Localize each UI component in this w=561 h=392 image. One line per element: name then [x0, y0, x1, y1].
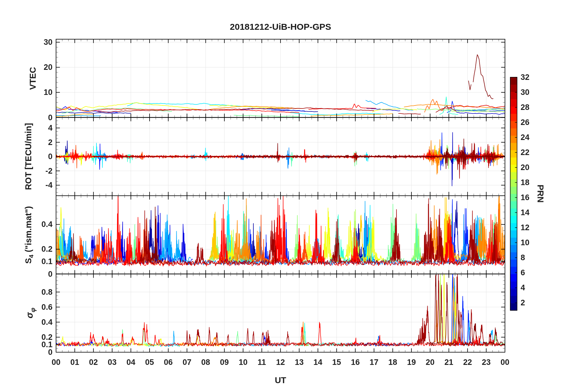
colorbar-tick-label: 16: [521, 193, 529, 202]
y-tick-label: 0.2: [41, 245, 53, 254]
y-tick-label: 0.4: [41, 220, 53, 229]
x-tick-label: 11: [257, 358, 266, 367]
x-tick-label: 23: [482, 358, 491, 367]
x-tick-label: 15: [332, 358, 341, 367]
figure: 20181212-UiB-HOP-GPS VTEC ROT [TECU/min]…: [0, 0, 561, 392]
colorbar-tick-label: 20: [521, 163, 529, 172]
y-tick-label: 0.1: [41, 257, 53, 266]
x-tick-label: 00: [52, 358, 60, 367]
colorbar-tick-label: 26: [521, 118, 529, 127]
x-tick-label: 04: [127, 358, 135, 367]
sigma-symbol: σ: [24, 312, 35, 319]
colorbar-tick-label: 24: [521, 133, 529, 142]
x-tick-label: 00: [501, 358, 509, 367]
x-tick-label: 19: [407, 358, 416, 367]
colorbar-tick-label: 6: [521, 268, 525, 277]
colorbar-label: PRN: [536, 185, 545, 202]
ylabel-vtec: VTEC: [28, 67, 38, 90]
ylabel-s4: S4 ("ism.mat"): [24, 206, 35, 263]
x-tick-label: 18: [388, 358, 397, 367]
x-tick-label: 14: [314, 358, 322, 367]
x-tick-label: 08: [201, 358, 210, 367]
y-tick-label: 2: [48, 138, 53, 147]
y-tick-label: 20: [44, 63, 53, 72]
x-tick-label: 06: [164, 358, 173, 367]
phi-subscript: φ: [29, 308, 37, 312]
colorbar-tick-label: 4: [521, 283, 525, 292]
x-tick-label: 02: [89, 358, 98, 367]
y-tick-label: 0: [48, 152, 53, 161]
x-tick-label: 07: [183, 358, 191, 367]
ylabel-s4-main: S: [24, 258, 33, 263]
ylabel-sigma-phi: σφ: [24, 308, 37, 318]
colorbar-tick-label: 12: [521, 223, 529, 232]
colorbar-tick-label: 18: [521, 178, 529, 187]
x-tick-label: 17: [370, 358, 378, 367]
colorbar-tick-label: 14: [521, 208, 529, 217]
colorbar-tick-label: 30: [521, 88, 529, 97]
y-tick-label: 0: [48, 113, 53, 122]
y-tick-label: -2: [45, 166, 53, 175]
x-tick-label: 03: [108, 358, 117, 367]
x-tick-label: 13: [295, 358, 304, 367]
colorbar-tick-label: 22: [521, 148, 529, 157]
colorbar-tick-label: 28: [521, 103, 529, 112]
x-tick-label: 21: [444, 358, 453, 367]
y-tick-label: 30: [44, 38, 53, 47]
ylabel-s4-sub: 4: [28, 255, 35, 258]
chart-title: 20181212-UiB-HOP-GPS: [230, 22, 331, 32]
x-tick-label: 01: [70, 358, 79, 367]
x-tick-label: 05: [145, 358, 154, 367]
x-tick-label: 12: [276, 358, 285, 367]
xlabel: UT: [275, 375, 286, 385]
x-tick-label: 16: [351, 358, 360, 367]
y-tick-label: 0.4: [41, 317, 53, 327]
ylabel-rot: ROT [TECU/min]: [24, 123, 33, 190]
y-tick-label: 10: [44, 88, 53, 97]
y-tick-label: 4: [48, 123, 53, 133]
colorbar-tick-label: 32: [521, 73, 529, 82]
y-tick-label: 0.6: [41, 302, 53, 312]
y-tick-label: 0: [48, 269, 53, 279]
y-tick-label: 0.8: [41, 287, 53, 297]
y-tick-label: -4: [45, 181, 53, 190]
colorbar-tick-label: 10: [521, 238, 529, 247]
colorbar-tick-label: 2: [521, 298, 525, 307]
y-tick-label: 0.2: [41, 332, 53, 342]
x-tick-label: 10: [239, 358, 247, 367]
ylabel-s4-rest: ("ism.mat"): [24, 206, 33, 254]
plot-canvas: [0, 0, 561, 392]
x-tick-label: 09: [220, 358, 229, 367]
colorbar-tick-label: 8: [521, 253, 525, 262]
x-tick-label: 22: [463, 358, 472, 367]
x-tick-label: 20: [426, 358, 434, 367]
